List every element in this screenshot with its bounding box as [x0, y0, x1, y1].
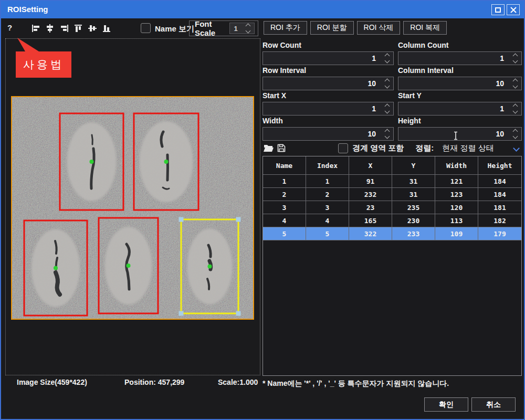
start-y-label: Start Y: [398, 91, 522, 100]
align-top-button[interactable]: [72, 23, 84, 34]
start-y-field[interactable]: 1: [398, 102, 522, 116]
cell-name: 1: [263, 175, 306, 188]
cell-x: 91: [349, 175, 392, 188]
open-file-button[interactable]: [262, 142, 275, 154]
column-interval-spinner[interactable]: [509, 79, 521, 88]
table-row[interactable]: 2 2 232 31 123 184: [263, 188, 521, 201]
start-y-spinner[interactable]: [509, 104, 521, 113]
column-header[interactable]: X: [349, 156, 392, 175]
start-x-spinner[interactable]: [381, 104, 393, 113]
cell-height: 179: [478, 227, 521, 240]
save-file-button[interactable]: [275, 142, 288, 154]
cell-width: 120: [435, 201, 478, 214]
cell-x: 165: [349, 214, 392, 227]
column-interval-value: 10: [398, 79, 509, 88]
align-center-horizontal-button[interactable]: [44, 23, 56, 34]
font-scale-spinner[interactable]: 1: [229, 23, 255, 34]
roi-table-header: Name Index X Y Width Height: [263, 156, 521, 175]
cell-x: 232: [349, 188, 392, 201]
cell-y: 233: [392, 227, 435, 240]
align-bottom-icon: [102, 24, 111, 33]
start-x-group: Start X 1: [262, 91, 394, 116]
height-field[interactable]: 10: [398, 127, 522, 141]
sort-chevron-down-icon[interactable]: [513, 145, 520, 152]
cursor-position-text: Position: 457,299: [124, 378, 184, 386]
font-scale-spinner-buttons[interactable]: [242, 24, 254, 33]
cell-y: 235: [392, 201, 435, 214]
column-header[interactable]: Index: [306, 156, 349, 175]
row-interval-field[interactable]: 10: [262, 77, 394, 90]
table-row[interactable]: 1 1 91 31 121 184: [263, 175, 521, 188]
roi-delete-button[interactable]: ROI 삭제: [357, 21, 401, 35]
width-field[interactable]: 10: [262, 127, 394, 141]
folder-open-icon: [264, 144, 274, 152]
height-spinner[interactable]: [509, 130, 521, 138]
cancel-button[interactable]: 취소: [471, 397, 516, 412]
window-title: ROISetting: [7, 5, 48, 14]
cell-width: 121: [435, 175, 478, 188]
height-value: 10: [398, 130, 509, 138]
column-header[interactable]: Name: [263, 156, 306, 175]
close-button[interactable]: [507, 4, 520, 15]
table-row[interactable]: 4 4 165 230 113 182: [263, 214, 521, 227]
height-group: Height 10: [398, 117, 522, 141]
roi-split-button[interactable]: ROI 분할: [310, 21, 354, 35]
start-x-label: Start X: [262, 91, 394, 100]
cell-index: 5: [306, 227, 349, 240]
ok-button[interactable]: 확인: [424, 397, 468, 412]
align-right-button[interactable]: [58, 23, 70, 34]
cell-x: 23: [349, 201, 392, 214]
start-x-field[interactable]: 1: [262, 102, 394, 116]
align-bottom-button[interactable]: [101, 23, 112, 34]
start-x-value: 1: [263, 104, 381, 113]
align-center-horizontal-icon: [46, 24, 55, 33]
name-restriction-note: * Name에는 '*' , '/' , '_' 등 특수문자가 지원되지 않습…: [262, 379, 522, 388]
settings-panel: Row Count 1 Column Count 1 Row Interval …: [262, 41, 522, 388]
image-viewport[interactable]: [11, 96, 254, 320]
close-icon: [510, 7, 517, 13]
column-header[interactable]: Width: [435, 156, 478, 175]
table-row[interactable]: 5 5 322 233 109 179: [263, 227, 521, 240]
column-interval-group: Column Interval 10: [398, 66, 522, 90]
cell-y: 230: [392, 214, 435, 227]
cell-height: 182: [478, 214, 521, 227]
cell-index: 2: [306, 188, 349, 201]
roi-duplicate-button[interactable]: ROI 복제: [403, 21, 447, 35]
cell-height: 184: [478, 188, 521, 201]
row-count-label: Row Count: [262, 41, 394, 50]
column-header[interactable]: Height: [478, 156, 521, 175]
roi-list-toolbar: 경계 영역 포함 정렬: 현재 정렬 상태: [262, 142, 522, 154]
name-view-checkbox[interactable]: [141, 23, 151, 33]
cell-width: 109: [435, 227, 478, 240]
include-boundary-checkbox[interactable]: [338, 143, 348, 153]
column-header[interactable]: Y: [392, 156, 435, 175]
cell-name: 2: [263, 188, 306, 201]
align-center-vertical-button[interactable]: [87, 23, 98, 34]
align-left-button[interactable]: [30, 23, 41, 34]
usage-callout-tail: [15, 37, 44, 52]
column-count-field[interactable]: 1: [398, 51, 522, 65]
roi-add-button[interactable]: ROI 추가: [264, 21, 307, 35]
help-button[interactable]: ?: [7, 23, 12, 32]
roi-setting-dialog: ROISetting ?: [0, 0, 525, 420]
row-count-field[interactable]: 1: [262, 51, 394, 65]
row-count-value: 1: [263, 54, 381, 62]
row-count-spinner[interactable]: [381, 54, 393, 62]
width-spinner[interactable]: [381, 130, 393, 138]
column-count-label: Column Count: [398, 41, 522, 50]
cell-name: 3: [263, 201, 306, 214]
row-interval-spinner[interactable]: [381, 79, 393, 88]
cell-y: 31: [392, 175, 435, 188]
maximize-button[interactable]: [491, 4, 505, 15]
column-count-spinner[interactable]: [509, 54, 521, 62]
align-toolbar: [30, 23, 112, 34]
column-count-value: 1: [398, 54, 509, 62]
row-interval-group: Row Interval 10: [262, 66, 394, 90]
column-interval-field[interactable]: 10: [398, 77, 522, 90]
sort-dropdown[interactable]: 현재 정렬 상태: [442, 143, 494, 153]
table-row[interactable]: 3 3 23 235 120 181: [263, 201, 521, 214]
cell-name: 4: [263, 214, 306, 227]
start-y-group: Start Y 1: [398, 91, 522, 116]
cell-index: 1: [306, 175, 349, 188]
cell-index: 3: [306, 201, 349, 214]
